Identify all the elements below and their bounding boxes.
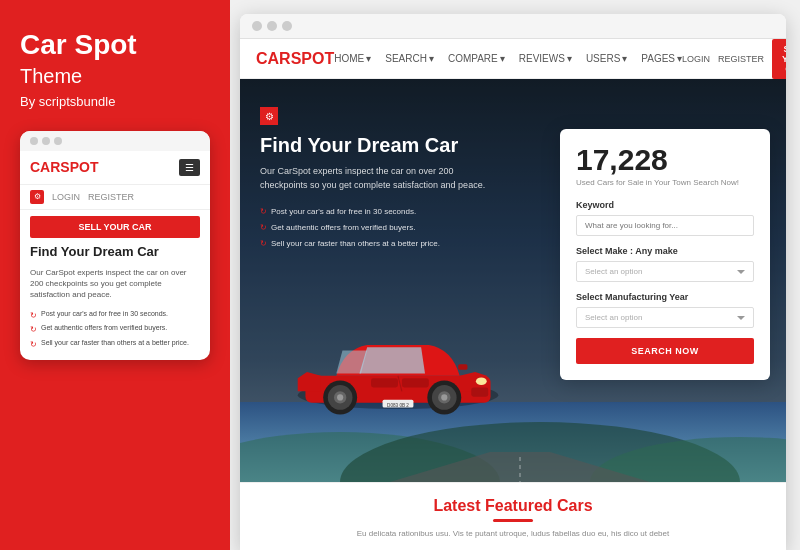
desktop-logo-car: CAR — [256, 50, 291, 67]
chevron-down-icon: ▾ — [500, 53, 505, 64]
svg-rect-23 — [402, 378, 429, 387]
car-svg: D083 0B 2 — [290, 318, 506, 418]
mobile-feature-icon-2: ↻ — [30, 324, 37, 335]
theme-subtitle: Theme — [20, 65, 210, 88]
desktop-dot-1 — [252, 21, 262, 31]
hero-feature-1: ↻ Post your car's ad for free in 30 seco… — [260, 206, 500, 217]
mobile-logo: CARSPOT — [30, 159, 98, 175]
featured-desc: Eu delicata rationibus usu. Vis te putan… — [260, 528, 766, 540]
hero-feature-icon-3: ↻ — [260, 238, 267, 249]
hero-gear-icon: ⚙ — [260, 107, 278, 125]
featured-title-colored: Cars — [557, 497, 593, 514]
mobile-dot-1 — [30, 137, 38, 145]
desktop-top-bar — [240, 14, 786, 39]
mobile-hero-desc: Our CarSpot experts inspect the car on o… — [20, 267, 210, 309]
nav-home[interactable]: HOME ▾ — [334, 53, 371, 64]
nav-search[interactable]: SEARCH ▾ — [385, 53, 434, 64]
nav-register[interactable]: REGISTER — [718, 54, 764, 64]
nav-compare[interactable]: COMPARE ▾ — [448, 53, 505, 64]
chevron-down-icon: ▾ — [429, 53, 434, 64]
desktop-hero: D083 0B 2 ⚙ Find Your Dream Car Our CarS… — [240, 79, 786, 482]
hero-feature-text-3: Sell your car faster than others at a be… — [271, 238, 440, 249]
desktop-mockup: CARSPOT HOME ▾ SEARCH ▾ COMPARE ▾ REVIEW… — [240, 14, 786, 550]
mobile-register[interactable]: REGISTER — [88, 192, 134, 202]
svg-rect-18 — [458, 364, 467, 369]
right-panel: CARSPOT HOME ▾ SEARCH ▾ COMPARE ▾ REVIEW… — [230, 0, 800, 550]
mobile-top-bar — [20, 131, 210, 151]
mobile-feature-text-3: Sell your car faster than others at a be… — [41, 338, 189, 348]
desktop-dot-3 — [282, 21, 292, 31]
svg-rect-8 — [471, 387, 488, 396]
hero-feature-2: ↻ Get authentic offers from verified buy… — [260, 222, 500, 233]
mobile-hamburger-button[interactable]: ☰ — [179, 159, 200, 176]
nav-login[interactable]: LOGIN — [682, 54, 710, 64]
search-now-button[interactable]: SEARCH NOW — [576, 338, 754, 364]
hero-feature-icon-1: ↻ — [260, 206, 267, 217]
desktop-nav: CARSPOT HOME ▾ SEARCH ▾ COMPARE ▾ REVIEW… — [240, 39, 786, 79]
mobile-feature-3: ↻ Sell your car faster than others at a … — [20, 337, 210, 360]
hero-feature-3: ↻ Sell your car faster than others at a … — [260, 238, 500, 249]
chevron-down-icon: ▾ — [567, 53, 572, 64]
mobile-feature-text-1: Post your car's ad for free in 30 second… — [41, 309, 168, 319]
mobile-gear-icon: ⚙ — [30, 190, 44, 204]
hero-desc: Our CarSpot experts inspect the car on o… — [260, 165, 500, 192]
mobile-nav: CARSPOT ☰ — [20, 151, 210, 185]
mobile-feature-icon-3: ↻ — [30, 339, 37, 350]
mobile-feature-text-2: Get authentic offers from verified buyer… — [41, 323, 167, 333]
keyword-label: Keyword — [576, 200, 754, 210]
desktop-dot-2 — [267, 21, 277, 31]
mobile-login[interactable]: LOGIN — [52, 192, 80, 202]
desktop-logo-spot: SPOT — [291, 50, 335, 67]
svg-point-12 — [337, 394, 343, 400]
year-select[interactable]: Select an option — [576, 307, 754, 328]
svg-point-16 — [441, 394, 447, 400]
hero-feature-icon-2: ↻ — [260, 222, 267, 233]
hero-feature-text-2: Get authentic offers from verified buyer… — [271, 222, 415, 233]
mobile-logo-car: CAR — [30, 159, 60, 175]
search-count-desc: Used Cars for Sale in Your Town Search N… — [576, 177, 754, 188]
svg-point-17 — [476, 377, 487, 385]
keyword-input[interactable] — [576, 215, 754, 236]
mobile-feature-icon-1: ↻ — [30, 310, 37, 321]
mobile-hero-title: Find Your Dream Car — [20, 244, 210, 267]
mobile-mockup: CARSPOT ☰ ⚙ LOGIN REGISTER SELL YOUR CAR… — [20, 131, 210, 360]
left-panel: Car Spot Theme By scriptsbundle CARSPOT … — [0, 0, 230, 550]
mobile-auth: ⚙ LOGIN REGISTER — [20, 185, 210, 210]
mobile-dot-2 — [42, 137, 50, 145]
featured-title: Latest Featured Cars — [260, 497, 766, 515]
chevron-down-icon: ▾ — [622, 53, 627, 64]
nav-users[interactable]: USERS ▾ — [586, 53, 627, 64]
theme-by: By scriptsbundle — [20, 94, 210, 109]
year-label: Select Manufacturing Year — [576, 292, 754, 302]
desktop-nav-links: HOME ▾ SEARCH ▾ COMPARE ▾ REVIEWS ▾ USER… — [334, 53, 682, 64]
mobile-feature-2: ↻ Get authentic offers from verified buy… — [20, 322, 210, 336]
mobile-feature-1: ↻ Post your car's ad for free in 30 seco… — [20, 308, 210, 322]
search-card: 17,228 Used Cars for Sale in Your Town S… — [560, 129, 770, 380]
featured-divider — [493, 519, 533, 522]
nav-pages[interactable]: PAGES ▾ — [641, 53, 682, 64]
desktop-nav-right: LOGIN REGISTER SELL YOUR CAR — [682, 39, 786, 79]
nav-reviews[interactable]: REVIEWS ▾ — [519, 53, 572, 64]
mobile-dot-3 — [54, 137, 62, 145]
hero-title: Find Your Dream Car — [260, 133, 500, 157]
svg-text:D083 0B 2: D083 0B 2 — [387, 402, 409, 407]
nav-sell-button[interactable]: SELL YOUR CAR — [772, 39, 786, 79]
mobile-logo-spot: SPOT — [60, 159, 98, 175]
make-select[interactable]: Select an option — [576, 261, 754, 282]
mobile-sell-button[interactable]: SELL YOUR CAR — [30, 216, 200, 238]
theme-title: Car Spot — [20, 30, 210, 61]
svg-rect-22 — [371, 378, 398, 387]
featured-title-prefix: Latest Featured — [433, 497, 557, 514]
desktop-logo: CARSPOT — [256, 50, 334, 68]
chevron-down-icon: ▾ — [366, 53, 371, 64]
car-image: D083 0B 2 — [290, 318, 506, 422]
search-count: 17,228 — [576, 145, 754, 175]
hero-feature-text-1: Post your car's ad for free in 30 second… — [271, 206, 416, 217]
make-label: Select Make : Any make — [576, 246, 754, 256]
desktop-bottom: Latest Featured Cars Eu delicata rationi… — [240, 482, 786, 550]
